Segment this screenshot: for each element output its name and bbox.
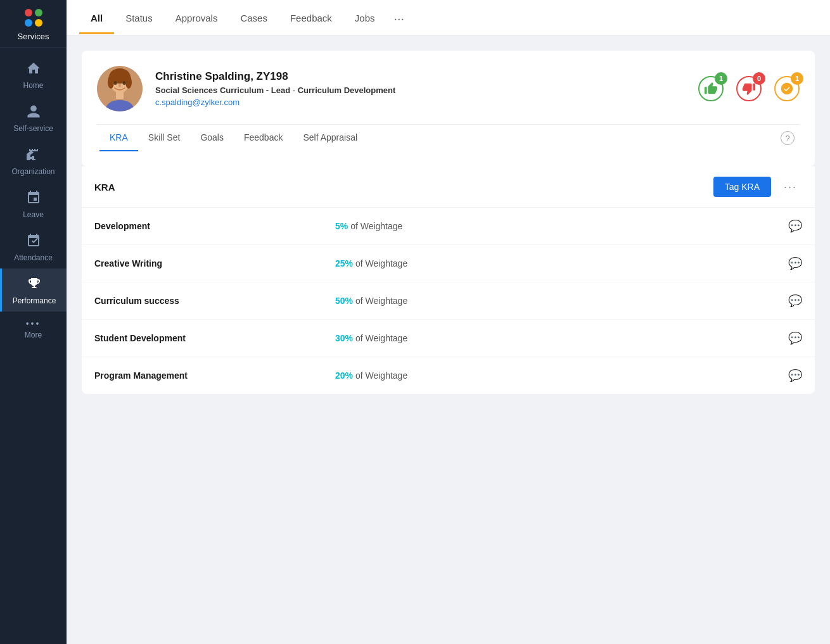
sub-tab-skill-set[interactable]: Skill Set bbox=[138, 125, 191, 151]
profile-email[interactable]: c.spalding@zylker.com bbox=[155, 98, 395, 107]
sidebar-item-leave[interactable]: Leave bbox=[0, 182, 67, 225]
sidebar-item-home-label: Home bbox=[23, 81, 43, 90]
comment-icon-student-development[interactable]: 💬 bbox=[788, 331, 802, 345]
kra-weightage-creative-writing: 25% of Weightage bbox=[335, 258, 788, 268]
kra-suffix-student-development: of Weightage bbox=[355, 333, 407, 343]
sidebar-logo: Services bbox=[0, 0, 67, 48]
tab-status[interactable]: Status bbox=[114, 1, 164, 34]
green-dot bbox=[35, 9, 42, 16]
kra-suffix-curriculum-success: of Weightage bbox=[355, 296, 407, 306]
attendance-icon bbox=[26, 233, 41, 251]
top-tabs: All Status Approvals Cases Feedback Jobs… bbox=[67, 0, 830, 35]
kra-weightage-student-development: 30% of Weightage bbox=[335, 333, 788, 343]
kra-actions: Tag KRA ··· bbox=[713, 177, 802, 197]
kra-pct-development: 5% bbox=[335, 221, 348, 231]
kra-suffix-development: of Weightage bbox=[350, 221, 402, 231]
profile-role: Social Sciences Curriculum - Lead - Curr… bbox=[155, 85, 395, 95]
comment-icon-program-management[interactable]: 💬 bbox=[788, 369, 802, 382]
services-label: Services bbox=[18, 32, 49, 41]
kra-pct-student-development: 30% bbox=[335, 333, 353, 343]
table-row: Student Development 30% of Weightage 💬 bbox=[82, 320, 815, 357]
svg-point-10 bbox=[118, 84, 121, 87]
organization-icon bbox=[26, 147, 41, 165]
sub-tab-kra[interactable]: KRA bbox=[99, 125, 138, 151]
sidebar-item-organization-label: Organization bbox=[11, 167, 54, 176]
svg-point-5 bbox=[125, 76, 132, 89]
kra-pct-curriculum-success: 50% bbox=[335, 296, 353, 306]
badge-star: 1 bbox=[774, 76, 800, 101]
kra-more-button[interactable]: ··· bbox=[779, 178, 802, 196]
svg-point-8 bbox=[114, 81, 117, 85]
kra-pct-creative-writing: 25% bbox=[335, 258, 353, 268]
kra-suffix-creative-writing: of Weightage bbox=[355, 258, 407, 268]
help-icon[interactable]: ? bbox=[781, 131, 795, 145]
thumbup-count: 1 bbox=[715, 72, 727, 85]
kra-weightage-development: 5% of Weightage bbox=[335, 221, 788, 231]
kra-weightage-curriculum-success: 50% of Weightage bbox=[335, 296, 788, 306]
profile-name: Christine Spalding, ZY198 bbox=[155, 70, 395, 83]
yellow-dot bbox=[35, 19, 42, 27]
main-content: All Status Approvals Cases Feedback Jobs… bbox=[67, 0, 830, 644]
badge-thumbup: 1 bbox=[698, 76, 724, 101]
sidebar-item-attendance-label: Attendance bbox=[14, 253, 53, 262]
profile-header: Christine Spalding, ZY198 Social Science… bbox=[97, 66, 800, 111]
performance-icon bbox=[27, 276, 42, 294]
leave-icon bbox=[26, 190, 41, 208]
svg-point-9 bbox=[123, 81, 126, 85]
sub-tabs: KRA Skill Set Goals Feedback Self Apprai… bbox=[97, 124, 800, 151]
sub-tab-self-appraisal[interactable]: Self Appraisal bbox=[293, 125, 367, 151]
more-icon: ••• bbox=[26, 319, 41, 328]
comment-icon-creative-writing[interactable]: 💬 bbox=[788, 256, 802, 270]
table-row: Curriculum success 50% of Weightage 💬 bbox=[82, 282, 815, 320]
profile-card: Christine Spalding, ZY198 Social Science… bbox=[82, 51, 815, 167]
sidebar-item-organization[interactable]: Organization bbox=[0, 139, 67, 182]
kra-name-curriculum-success: Curriculum success bbox=[94, 296, 335, 306]
svg-point-4 bbox=[108, 76, 114, 89]
table-row: Program Management 20% of Weightage 💬 bbox=[82, 357, 815, 394]
home-icon bbox=[26, 61, 41, 79]
self-service-icon bbox=[26, 104, 41, 122]
tab-all[interactable]: All bbox=[79, 1, 114, 34]
sub-tab-feedback[interactable]: Feedback bbox=[234, 125, 293, 151]
logo-dots bbox=[25, 9, 42, 27]
sub-tabs-left: KRA Skill Set Goals Feedback Self Apprai… bbox=[99, 125, 367, 151]
sidebar-item-leave-label: Leave bbox=[23, 210, 44, 219]
content-area: Christine Spalding, ZY198 Social Science… bbox=[67, 35, 830, 644]
avatar bbox=[97, 66, 143, 111]
kra-suffix-program-management: of Weightage bbox=[355, 370, 407, 381]
tab-approvals[interactable]: Approvals bbox=[164, 1, 229, 34]
red-dot bbox=[25, 9, 32, 16]
profile-badges: 1 0 1 bbox=[698, 76, 800, 101]
kra-pct-program-management: 20% bbox=[335, 370, 353, 381]
table-row: Development 5% of Weightage 💬 bbox=[82, 208, 815, 245]
kra-section: KRA Tag KRA ··· Development 5% of Weight… bbox=[82, 167, 815, 394]
profile-info: Christine Spalding, ZY198 Social Science… bbox=[97, 66, 395, 111]
comment-icon-curriculum-success[interactable]: 💬 bbox=[788, 294, 802, 308]
sidebar-item-performance-label: Performance bbox=[13, 296, 56, 305]
sidebar-item-self-service[interactable]: Self-service bbox=[0, 96, 67, 139]
sub-tab-goals[interactable]: Goals bbox=[190, 125, 234, 151]
kra-name-creative-writing: Creative Writing bbox=[94, 258, 335, 268]
comment-icon-development[interactable]: 💬 bbox=[788, 219, 802, 233]
tab-cases[interactable]: Cases bbox=[229, 1, 279, 34]
sidebar-item-more[interactable]: ••• More bbox=[0, 312, 67, 346]
sidebar-item-home[interactable]: Home bbox=[0, 53, 67, 96]
sidebar-item-performance[interactable]: Performance bbox=[0, 268, 67, 312]
blue-dot bbox=[25, 19, 32, 27]
tab-jobs[interactable]: Jobs bbox=[343, 1, 386, 34]
kra-weightage-program-management: 20% of Weightage bbox=[335, 370, 788, 381]
sidebar-item-attendance[interactable]: Attendance bbox=[0, 225, 67, 268]
star-count: 1 bbox=[791, 72, 803, 85]
kra-name-development: Development bbox=[94, 221, 335, 231]
svg-rect-7 bbox=[116, 91, 124, 99]
kra-header: KRA Tag KRA ··· bbox=[82, 167, 815, 208]
kra-name-program-management: Program Management bbox=[94, 370, 335, 381]
thumbdown-count: 0 bbox=[753, 72, 765, 85]
tab-more-button[interactable]: ··· bbox=[386, 0, 412, 35]
sidebar-nav: Home Self-service Organization Leave Att bbox=[0, 48, 67, 644]
kra-title: KRA bbox=[94, 182, 115, 193]
profile-details: Christine Spalding, ZY198 Social Science… bbox=[155, 70, 395, 107]
sidebar-item-self-service-label: Self-service bbox=[13, 124, 53, 133]
tag-kra-button[interactable]: Tag KRA bbox=[713, 177, 771, 197]
tab-feedback[interactable]: Feedback bbox=[279, 1, 343, 34]
